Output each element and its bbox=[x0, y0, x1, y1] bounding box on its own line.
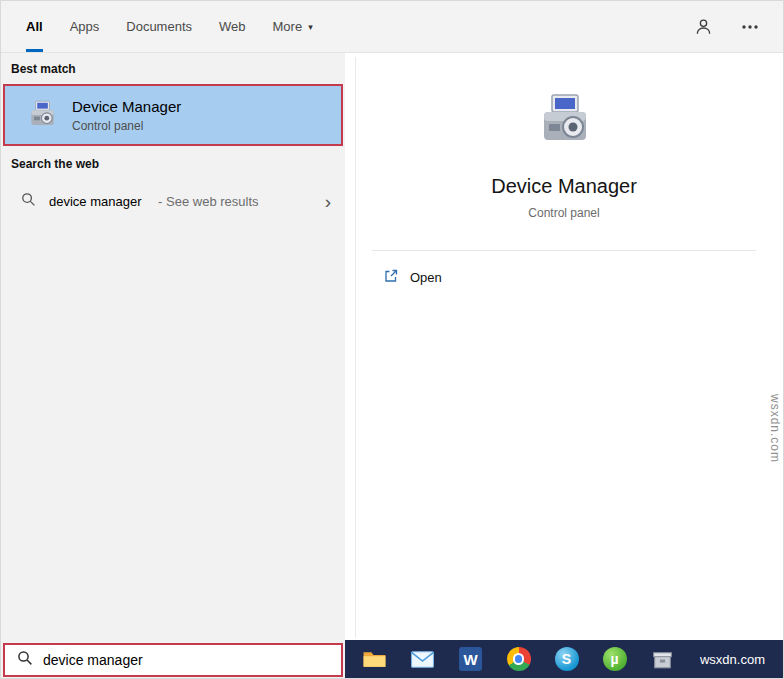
tab-more[interactable]: More ▾ bbox=[273, 1, 313, 52]
best-match-title: Device Manager bbox=[72, 98, 181, 115]
web-result-suffix: - See web results bbox=[155, 194, 259, 209]
word-icon[interactable]: W bbox=[458, 647, 483, 672]
preview-title: Device Manager bbox=[491, 175, 637, 198]
search-filter-tabbar: All Apps Documents Web More ▾ bbox=[1, 1, 783, 53]
device-manager-preview: Device Manager Control panel Open bbox=[345, 53, 783, 640]
watermark-text: wsxdn.com bbox=[700, 652, 783, 667]
open-label: Open bbox=[410, 270, 442, 285]
skype-icon[interactable]: S bbox=[554, 647, 579, 672]
device-manager-icon-large bbox=[532, 89, 596, 153]
chevron-right-icon[interactable]: › bbox=[325, 192, 331, 211]
result-preview-panel: Device Manager Control panel Open bbox=[345, 53, 783, 640]
tab-all-label: All bbox=[26, 19, 43, 34]
web-search-result[interactable]: device manager - See web results › bbox=[1, 184, 345, 218]
tab-apps[interactable]: Apps bbox=[70, 1, 100, 52]
open-action[interactable]: Open bbox=[383, 268, 442, 287]
user-icon[interactable] bbox=[694, 17, 713, 36]
side-watermark-text: wsxdn.com bbox=[768, 394, 782, 463]
search-web-section-label: Search the web bbox=[11, 157, 99, 171]
topbar-actions bbox=[694, 1, 783, 52]
mail-icon[interactable] bbox=[410, 647, 435, 672]
tab-web-label: Web bbox=[219, 19, 246, 34]
preview-divider bbox=[372, 250, 756, 251]
search-icon bbox=[21, 192, 36, 211]
best-match-result-device-manager[interactable]: Device Manager Control panel bbox=[3, 84, 343, 146]
best-match-section-label: Best match bbox=[11, 62, 76, 76]
taskbar: W S µ wsxdn.com bbox=[345, 640, 783, 678]
word-letter: W bbox=[459, 647, 482, 671]
file-explorer-icon[interactable] bbox=[362, 647, 387, 672]
preview-subtitle: Control panel bbox=[528, 206, 599, 220]
chrome-logo bbox=[507, 647, 531, 671]
device-manager-icon bbox=[25, 98, 59, 132]
tab-web[interactable]: Web bbox=[219, 1, 246, 52]
search-icon bbox=[17, 650, 33, 670]
tab-more-label: More bbox=[273, 19, 303, 34]
open-window-icon bbox=[383, 268, 399, 287]
search-results-panel: Best match Device Manager Control panel … bbox=[1, 53, 345, 678]
utorrent-icon[interactable]: µ bbox=[602, 647, 627, 672]
windows-search-flyout: All Apps Documents Web More ▾ Best match bbox=[0, 0, 784, 679]
chevron-down-icon: ▾ bbox=[308, 22, 313, 32]
installer-app-icon[interactable] bbox=[650, 647, 675, 672]
skype-letter: S bbox=[555, 647, 579, 671]
best-match-subtitle: Control panel bbox=[72, 119, 181, 133]
chrome-icon[interactable] bbox=[506, 647, 531, 672]
utorrent-letter: µ bbox=[603, 647, 627, 671]
tab-documents-label: Documents bbox=[126, 19, 192, 34]
tab-all[interactable]: All bbox=[26, 1, 43, 52]
filter-tabs: All Apps Documents Web More ▾ bbox=[26, 1, 313, 52]
search-input[interactable] bbox=[43, 652, 333, 668]
best-match-text: Device Manager Control panel bbox=[72, 98, 181, 133]
web-result-query: device manager bbox=[49, 194, 142, 209]
tab-documents[interactable]: Documents bbox=[126, 1, 192, 52]
taskbar-search-box[interactable] bbox=[3, 643, 343, 677]
ellipsis-icon[interactable] bbox=[741, 24, 759, 30]
panel-divider bbox=[355, 57, 356, 638]
tab-apps-label: Apps bbox=[70, 19, 100, 34]
